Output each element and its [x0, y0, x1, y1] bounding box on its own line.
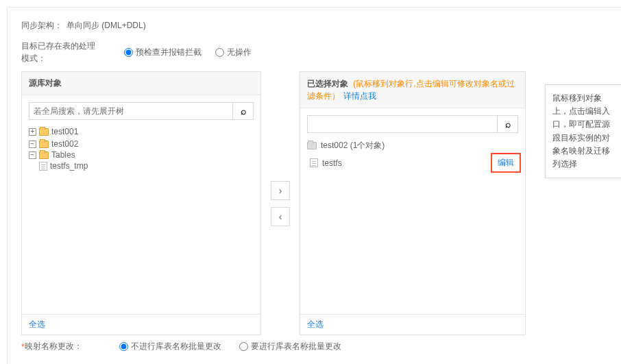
tooltip-text: 鼠标移到对象上，点击编辑入口，即可配置源跟目标实例的对象名映射及迁移列选择 — [552, 93, 610, 169]
tree-node-table-item[interactable]: testfs_tmp — [29, 161, 254, 171]
selected-table-label: testfs — [322, 158, 342, 168]
sync-architecture-row: 同步架构： 单向同步 (DML+DDL) — [21, 20, 613, 32]
radio-no-rename-input[interactable] — [119, 342, 128, 351]
selected-panel-header: 已选择对象 (鼠标移到对象行,点击编辑可修改对象名或过滤条件） 详情点我 — [300, 72, 525, 108]
radio-noop-input[interactable] — [215, 48, 224, 57]
selected-db-node[interactable]: test002 (1个对象) — [307, 138, 518, 153]
selected-panel-footer: 全选 — [300, 314, 525, 335]
chevron-left-icon: ‹ — [279, 211, 282, 222]
mapping-radio-group: 不进行库表名称批量更改 要进行库表名称批量更改 — [119, 341, 341, 352]
search-icon: ⌕ — [505, 119, 511, 130]
tables-label: Tables — [51, 150, 75, 160]
radio-rename[interactable]: 要进行库表名称批量更改 — [239, 341, 341, 352]
radio-precheck[interactable]: 预检查并报错拦截 — [124, 47, 202, 58]
table-mode-row: 目标已存在表的处理模式： 预检查并报错拦截 无操作 — [21, 40, 613, 64]
chevron-right-icon: › — [279, 185, 282, 196]
tree-node-db2[interactable]: − test002 — [29, 139, 254, 149]
folder-icon — [39, 141, 49, 148]
transfer-buttons: › ‹ — [268, 71, 293, 335]
radio-rename-input[interactable] — [239, 342, 248, 351]
selected-search-button[interactable]: ⌕ — [498, 115, 518, 133]
source-panel-footer: 全选 — [22, 314, 260, 335]
source-search-button[interactable]: ⌕ — [233, 102, 254, 120]
source-search-row: ⌕ — [29, 102, 254, 120]
mapping-row: * 映射名称更改： 不进行库表名称批量更改 要进行库表名称批量更改 — [21, 341, 613, 352]
radio-precheck-label: 预检查并报错拦截 — [136, 47, 202, 58]
radio-noop-label: 无操作 — [227, 47, 252, 58]
tree-node-tables[interactable]: − Tables — [29, 150, 254, 160]
db-name: test002 — [51, 139, 78, 149]
move-left-button[interactable]: ‹ — [271, 207, 290, 226]
sync-arch-value: 单向同步 (DML+DDL) — [66, 20, 146, 32]
selected-panel: 已选择对象 (鼠标移到对象行,点击编辑可修改对象名或过滤条件） 详情点我 ⌕ t… — [300, 71, 526, 335]
radio-noop[interactable]: 无操作 — [215, 47, 252, 58]
radio-no-rename-label: 不进行库表名称批量更改 — [131, 341, 221, 352]
radio-precheck-input[interactable] — [124, 48, 133, 57]
table-mode-radio-group: 预检查并报错拦截 无操作 — [124, 47, 252, 58]
source-panel: 源库对象 ⌕ + test001 — [21, 71, 261, 335]
select-all-link[interactable]: 全选 — [29, 319, 45, 329]
edit-button[interactable]: 编辑 — [491, 153, 521, 173]
source-search-input[interactable] — [29, 102, 233, 120]
expand-icon[interactable]: + — [29, 128, 36, 136]
selected-table-row: testfs 编辑 — [307, 153, 518, 173]
folder-icon — [39, 128, 49, 136]
selected-table-node[interactable]: testfs — [307, 157, 342, 169]
search-icon: ⌕ — [241, 106, 246, 117]
table-name: testfs_tmp — [50, 161, 88, 171]
selected-panel-body: ⌕ test002 (1个对象) testfs 编辑 — [300, 108, 525, 314]
selected-search-input[interactable] — [307, 115, 498, 133]
dual-panel: 源库对象 ⌕ + test001 — [21, 71, 613, 335]
selected-search-row: ⌕ — [307, 115, 518, 133]
radio-rename-label: 要进行库表名称批量更改 — [251, 341, 341, 352]
selected-panel-title: 已选择对象 — [307, 79, 348, 88]
tooltip-callout: 鼠标移到对象上，点击编辑入口，即可配置源跟目标实例的对象名映射及迁移列选择 — [545, 84, 621, 178]
folder-icon — [307, 142, 317, 149]
mapping-label: 映射名称更改： — [25, 341, 82, 352]
table-icon — [310, 158, 318, 167]
config-panel: 同步架构： 单向同步 (DML+DDL) 目标已存在表的处理模式： 预检查并报错… — [7, 7, 621, 364]
select-all-link[interactable]: 全选 — [307, 319, 324, 329]
db-name: test001 — [51, 127, 78, 136]
collapse-icon[interactable]: − — [29, 141, 36, 148]
source-panel-body: ⌕ + test001 — [22, 95, 260, 314]
sync-arch-label: 同步架构： — [21, 20, 62, 32]
source-tree: + test001 − test002 — [29, 125, 254, 175]
folder-icon — [39, 151, 49, 159]
radio-no-rename[interactable]: 不进行库表名称批量更改 — [119, 341, 221, 352]
selected-db-label: test002 (1个对象) — [321, 140, 385, 151]
details-link[interactable]: 详情点我 — [343, 91, 376, 101]
table-icon — [39, 162, 47, 171]
tree-node-db1[interactable]: + test001 — [29, 127, 254, 136]
source-panel-title: 源库对象 — [22, 72, 260, 95]
table-mode-label: 目标已存在表的处理模式： — [21, 40, 97, 64]
collapse-icon[interactable]: − — [29, 151, 36, 159]
move-right-button[interactable]: › — [271, 181, 290, 200]
